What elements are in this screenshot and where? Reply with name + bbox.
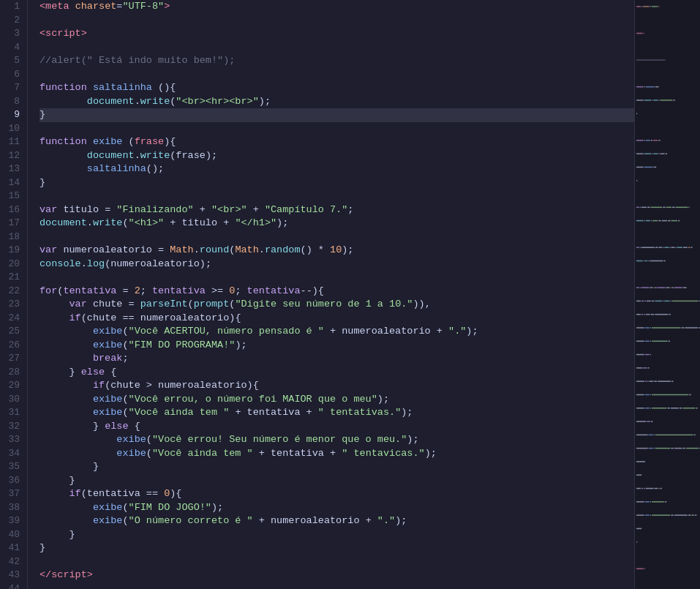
token-tag: <script <box>39 27 81 41</box>
editor: 1234567891011121314151617181920212223242… <box>0 0 700 589</box>
code-line-22: for(tentativa = 2; tentativa >= 0; tenta… <box>39 285 634 299</box>
line-number-23: 23 <box>6 298 20 312</box>
line-number-11: 11 <box>6 135 20 149</box>
token-method: write <box>140 149 170 163</box>
token-plain: ( <box>146 447 152 461</box>
token-plain: + <box>194 203 211 217</box>
token-plain: . <box>259 244 265 258</box>
token-method: document <box>87 95 135 109</box>
token-plain <box>39 393 93 407</box>
token-plain <box>39 379 93 393</box>
token-plain: + <box>301 406 318 420</box>
token-var: chute <box>110 379 140 393</box>
line-number-30: 30 <box>6 393 20 407</box>
token-keyword: function <box>39 81 87 95</box>
code-line-11: function exibe (frase){ <box>39 135 634 149</box>
code-line-26: exibe("FIM DO PROGRAMA!"); <box>39 339 634 353</box>
token-fn-name: exibe <box>93 514 123 528</box>
token-plain: + <box>324 447 342 461</box>
token-method: write <box>140 95 170 109</box>
token-fn-name: exibe <box>93 406 123 420</box>
token-plain <box>39 339 93 353</box>
line-number-9: 9 <box>6 108 20 122</box>
code-line-2 <box>39 14 634 28</box>
line-number-10: 10 <box>6 122 20 136</box>
token-plain: } <box>39 474 75 488</box>
token-method: random <box>265 244 301 258</box>
token-keyword: break <box>93 352 123 366</box>
token-plain: + <box>253 447 271 461</box>
code-line-38: exibe("FIM DO JOGO!"); <box>39 501 634 515</box>
token-number: 2 <box>135 285 140 299</box>
line-number-35: 35 <box>6 460 20 474</box>
token-keyword: function <box>39 135 87 149</box>
token-plain: + <box>360 514 377 528</box>
token-string: "UTF-8" <box>122 0 164 14</box>
token-plain: + <box>431 325 448 339</box>
token-string: "." <box>377 514 395 528</box>
token-var: chute <box>87 312 117 326</box>
code-line-21 <box>39 271 634 285</box>
token-fn-name: exibe <box>93 393 123 407</box>
token-string: "Você ainda tem " <box>152 447 253 461</box>
token-plain: ); <box>395 514 407 528</box>
token-plain: ); <box>377 393 389 407</box>
token-plain: > <box>140 379 158 393</box>
token-fn-name: saltalinha <box>87 162 146 176</box>
token-keyword: if <box>69 487 81 501</box>
code-line-39: exibe("O número correto é " + numeroalea… <box>39 514 634 528</box>
line-number-15: 15 <box>6 190 20 203</box>
token-string: "Você ACERTOU, número pensado é " <box>129 325 324 339</box>
code-line-35: } <box>39 460 634 474</box>
line-number-33: 33 <box>6 433 20 447</box>
token-method: prompt <box>194 298 230 312</box>
token-keyword: var <box>69 298 87 312</box>
line-number-31: 31 <box>6 406 20 420</box>
token-var: tentativa <box>271 447 324 461</box>
token-string: "Finalizando" <box>116 203 193 217</box>
token-tag: <meta <box>39 0 69 14</box>
token-method: round <box>200 244 230 258</box>
line-number-44: 44 <box>6 582 20 590</box>
token-plain: ){ <box>164 135 176 149</box>
line-number-27: 27 <box>6 352 20 366</box>
line-number-29: 29 <box>6 379 20 393</box>
token-plain: --){ <box>301 285 324 299</box>
code-line-24: if(chute == numeroaleatorio){ <box>39 312 634 326</box>
token-plain <box>39 352 93 366</box>
token-plain: ( <box>146 433 152 447</box>
token-keyword: tentativa <box>247 285 301 299</box>
code-line-28: } else { <box>39 366 634 380</box>
token-plain: = <box>152 244 170 258</box>
token-fn-name: saltalinha <box>93 81 152 95</box>
token-fn-name: exibe <box>93 135 123 149</box>
token-plain: { <box>129 420 140 434</box>
token-var: tentativa <box>247 406 301 420</box>
token-plain: ); <box>206 149 217 163</box>
token-plain: = <box>99 203 116 217</box>
token-method: parseInt <box>140 298 188 312</box>
token-plain: + <box>217 217 235 230</box>
code-area[interactable]: <meta charset="UTF-8"> <script> //alert(… <box>28 0 634 589</box>
line-number-14: 14 <box>6 176 20 190</box>
line-number-12: 12 <box>6 149 20 163</box>
token-plain: ); <box>466 325 478 339</box>
code-line-19: var numeroaleatorio = Math.round(Math.ra… <box>39 244 634 258</box>
line-number-43: 43 <box>6 569 20 582</box>
token-plain: } <box>39 366 81 380</box>
token-plain: } <box>39 176 45 190</box>
token-plain: ; <box>235 285 246 299</box>
token-plain: ( <box>122 217 128 230</box>
token-plain <box>39 447 116 461</box>
code-line-32: } else { <box>39 420 634 434</box>
code-line-12: document.write(frase); <box>39 149 634 163</box>
token-plain: + <box>253 514 271 528</box>
code-line-30: exibe("Você errou, o número foi MAIOR qu… <box>39 393 634 407</box>
line-numbers: 1234567891011121314151617181920212223242… <box>0 0 28 589</box>
token-plain: == <box>116 312 140 326</box>
token-plain <box>87 135 93 149</box>
token-param: frase <box>135 135 165 149</box>
token-plain <box>39 162 87 176</box>
line-number-32: 32 <box>6 420 20 434</box>
token-plain: ( <box>170 149 176 163</box>
